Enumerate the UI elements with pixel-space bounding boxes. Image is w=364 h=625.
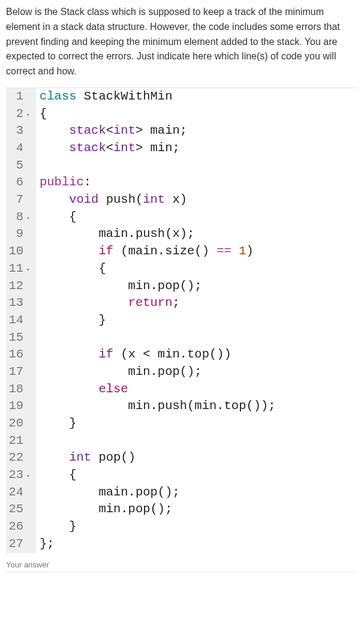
- code-line: 19 min.push(min.top());: [6, 398, 358, 415]
- code-content: return;: [36, 295, 358, 312]
- code-line: 5: [6, 157, 358, 175]
- code-content: min.pop();: [36, 363, 358, 381]
- line-number: 25: [6, 501, 36, 518]
- code-content: }: [36, 415, 358, 432]
- line-number: 20: [6, 415, 36, 432]
- line-number: 3: [6, 122, 36, 140]
- line-number: 14: [6, 312, 36, 329]
- code-content: {: [36, 260, 358, 278]
- code-content: public:: [36, 174, 358, 191]
- code-content: min.push(min.top());: [36, 398, 358, 415]
- code-content: void push(int x): [36, 191, 358, 209]
- line-number: 18: [6, 381, 36, 398]
- code-line: 6public:: [6, 174, 358, 191]
- code-content: [36, 157, 358, 175]
- code-content: min.pop();: [36, 501, 358, 518]
- fold-toggle-icon[interactable]: ▾: [25, 111, 30, 120]
- code-line: 7 void push(int x): [6, 191, 358, 209]
- fold-toggle-icon[interactable]: ▾: [25, 266, 30, 275]
- code-line: 18 else: [6, 381, 358, 398]
- code-line: 10 if (main.size() == 1): [6, 243, 358, 260]
- line-number: 12: [6, 278, 36, 295]
- line-number: 15: [6, 329, 36, 347]
- line-number: 16: [6, 346, 36, 363]
- code-line: 4 stack<int> min;: [6, 140, 358, 157]
- line-number: 21: [6, 432, 36, 450]
- line-number: 7: [6, 191, 36, 209]
- answer-label: Your answer: [6, 560, 358, 572]
- code-line: 16 if (x < min.top()): [6, 346, 358, 363]
- line-number: 10: [6, 243, 36, 260]
- line-number: 8▾: [6, 209, 36, 226]
- line-number: 6: [6, 174, 36, 191]
- code-line: 2▾{: [6, 106, 358, 123]
- code-line: 11▾ {: [6, 260, 358, 278]
- code-block: 1class StackWithMin2▾{3 stack<int> main;…: [6, 88, 358, 553]
- code-line: 3 stack<int> main;: [6, 122, 358, 140]
- code-content: {: [36, 106, 358, 123]
- code-content: main.push(x);: [36, 226, 358, 243]
- code-line: 9 main.push(x);: [6, 226, 358, 243]
- code-content: [36, 432, 358, 450]
- line-number: 17: [6, 363, 36, 381]
- code-line: 21: [6, 432, 358, 450]
- code-line: 23▾ {: [6, 467, 358, 484]
- line-number: 27: [6, 536, 36, 553]
- fold-toggle-icon[interactable]: ▾: [25, 214, 30, 223]
- code-line: 14 }: [6, 312, 358, 329]
- code-line: 12 min.pop();: [6, 278, 358, 295]
- question-text: Below is the Stack class which is suppos…: [6, 5, 358, 79]
- code-content: }: [36, 518, 358, 536]
- code-content: else: [36, 381, 358, 398]
- code-content: {: [36, 209, 358, 226]
- code-line: 27};: [6, 536, 358, 553]
- code-content: int pop(): [36, 449, 358, 467]
- code-line: 26 }: [6, 518, 358, 536]
- line-number: 22: [6, 449, 36, 467]
- line-number: 24: [6, 484, 36, 501]
- line-number: 23▾: [6, 467, 36, 484]
- code-line: 22 int pop(): [6, 449, 358, 467]
- code-content: class StackWithMin: [36, 88, 358, 106]
- line-number: 4: [6, 140, 36, 157]
- code-content: stack<int> min;: [36, 140, 358, 157]
- line-number: 11▾: [6, 260, 36, 278]
- code-line: 20 }: [6, 415, 358, 432]
- code-line: 8▾ {: [6, 209, 358, 226]
- code-line: 25 min.pop();: [6, 501, 358, 518]
- code-content: };: [36, 536, 358, 553]
- code-content: {: [36, 467, 358, 484]
- line-number: 26: [6, 518, 36, 536]
- code-line: 15: [6, 329, 358, 347]
- line-number: 5: [6, 157, 36, 175]
- code-content: [36, 329, 358, 347]
- code-line: 17 min.pop();: [6, 363, 358, 381]
- fold-toggle-icon[interactable]: ▾: [25, 472, 30, 481]
- code-content: main.pop();: [36, 484, 358, 501]
- code-content: if (main.size() == 1): [36, 243, 358, 260]
- code-content: min.pop();: [36, 278, 358, 295]
- line-number: 9: [6, 226, 36, 243]
- line-number: 1: [6, 88, 36, 106]
- line-number: 19: [6, 398, 36, 415]
- code-content: }: [36, 312, 358, 329]
- line-number: 2▾: [6, 106, 36, 123]
- code-line: 1class StackWithMin: [6, 88, 358, 106]
- code-content: if (x < min.top()): [36, 346, 358, 363]
- code-line: 13 return;: [6, 295, 358, 312]
- code-content: stack<int> main;: [36, 122, 358, 140]
- code-line: 24 main.pop();: [6, 484, 358, 501]
- line-number: 13: [6, 295, 36, 312]
